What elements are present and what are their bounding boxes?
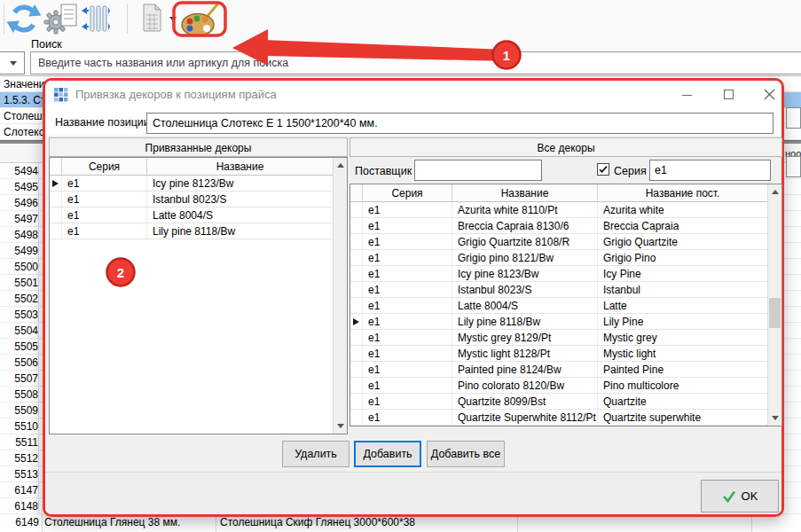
series-checkbox[interactable] xyxy=(597,163,609,176)
close-icon xyxy=(751,82,787,107)
column-header-name[interactable]: Название xyxy=(452,184,598,201)
cell-name: Azurita white 8110/Pt xyxy=(452,202,598,217)
table-row[interactable]: e1Lily pine 8118/BwLily Pine xyxy=(350,314,781,330)
row-number: 6147 xyxy=(0,482,39,497)
scroll-up-button[interactable] xyxy=(768,184,781,200)
toolbar-area: Поиск xyxy=(0,0,801,76)
scroll-down-button[interactable] xyxy=(768,411,781,426)
scroll-down-button[interactable] xyxy=(334,419,347,434)
row-marker-cell xyxy=(350,362,363,377)
maximize-button[interactable] xyxy=(711,82,746,107)
refresh-button[interactable] xyxy=(7,2,41,37)
background-input-edge xyxy=(786,156,801,177)
cell-series: e1 xyxy=(363,378,452,393)
row-number: 5509 xyxy=(0,403,39,418)
table-row[interactable]: e1Grigio Quartzite 8108/RGrigio Quartzit… xyxy=(350,234,781,250)
cell-series: e1 xyxy=(62,192,147,207)
row-number: 5502 xyxy=(0,291,39,306)
cell-name: Lily pine 8118/Bw xyxy=(147,223,347,239)
all-decors-panel-title: Все декоры xyxy=(349,137,782,157)
cell-series: e1 xyxy=(363,362,452,377)
table-row[interactable]: 6149 Столешница Глянец 38 мм. Столешница… xyxy=(0,514,801,532)
table-row[interactable]: e1Mystic light 8128/PtMystic light xyxy=(350,346,781,362)
table-row[interactable]: e1Grigio pino 8121/BwGrigio Pino xyxy=(350,250,781,266)
cell-series: e1 xyxy=(363,250,452,265)
table-row[interactable]: e1Lily pine 8118/Bw xyxy=(50,223,347,239)
cell-supplier: Grigio Quartzite xyxy=(598,234,781,249)
table-row[interactable]: e1Istanbul 8023/S xyxy=(50,192,347,207)
dialog-titlebar[interactable]: Привязка декоров к позициям прайса Назва… xyxy=(45,81,781,136)
vertical-scrollbar[interactable] xyxy=(333,158,347,434)
cell-name: Istanbul 8023/S xyxy=(452,282,598,297)
delete-button[interactable]: Удалить xyxy=(282,441,349,467)
cell-supplier: Quartzite xyxy=(598,394,781,409)
row-supplier-name: Столешница Скиф Глянец 3000*600*38 xyxy=(220,516,415,528)
column-header-supplier-name[interactable]: Название пост. xyxy=(598,184,767,201)
supplier-filter-input[interactable] xyxy=(414,160,542,181)
row-marker-cell xyxy=(350,394,363,409)
table-row[interactable]: e1Quartzite 8099/BstQuartzite xyxy=(350,394,781,410)
series-filter-input[interactable] xyxy=(649,160,771,181)
table-row[interactable]: e1Azurita white 8110/PtAzurita white xyxy=(350,202,781,218)
minimize-button[interactable] xyxy=(669,82,704,107)
vertical-scrollbar[interactable] xyxy=(767,184,781,426)
cell-name: Quartzite Superwhite 8112/Pt xyxy=(452,410,598,425)
triangle-up-icon xyxy=(772,190,779,194)
column-header-series[interactable]: Серия xyxy=(363,184,452,201)
cell-series: e1 xyxy=(363,282,452,297)
report-document-button[interactable] xyxy=(138,2,165,37)
add-button[interactable]: Добавить xyxy=(354,441,421,467)
row-number: 5499 xyxy=(0,243,39,258)
table-row[interactable]: e1Icy pine 8123/BwIcy Pine xyxy=(350,266,781,282)
table-row[interactable]: e1Icy pine 8123/Bw xyxy=(50,176,347,192)
app-window: Значение1.5.3. СтСтолешнСлотекс ноо 5494… xyxy=(0,0,801,532)
cell-name: Mystic light 8128/Pt xyxy=(452,346,598,361)
table-row[interactable]: e1Latte 8004/SLatte xyxy=(350,298,781,314)
row-number: 5506 xyxy=(0,355,39,370)
cell-name: Lily pine 8118/Bw xyxy=(452,314,598,329)
row-number: 5508 xyxy=(0,387,39,402)
add-all-button[interactable]: Добавить все xyxy=(427,441,505,467)
cell-series: e1 xyxy=(363,314,452,329)
cell-supplier: Mystic grey xyxy=(598,330,781,345)
cell-name: Painted pine 8124/Bw xyxy=(452,362,598,377)
scroll-up-button[interactable] xyxy=(334,158,347,173)
table-row[interactable]: e1Quartzite Superwhite 8112/PtQuartzite … xyxy=(350,410,781,426)
table-row[interactable]: e1Latte 8004/S xyxy=(50,207,347,223)
position-name-input[interactable] xyxy=(146,113,774,134)
decors-palette-button[interactable] xyxy=(179,2,220,37)
ok-button[interactable]: OK xyxy=(701,480,779,512)
row-marker-cell xyxy=(350,282,363,297)
cell-name: Icy pine 8123/Bw xyxy=(147,176,347,191)
settings-report-icon xyxy=(43,2,78,35)
row-number: 5494 xyxy=(0,163,39,178)
row-name: Столешница Глянец 38 мм. xyxy=(44,516,213,528)
row-number: 5512 xyxy=(0,450,39,466)
row-marker-cell xyxy=(50,223,62,239)
series-filter-label: Серия xyxy=(614,165,647,177)
current-row-marker-icon xyxy=(353,318,359,325)
cell-series: e1 xyxy=(363,218,452,233)
table-row[interactable]: e1Istanbul 8023/SIstanbul xyxy=(350,282,781,298)
settings-report-button[interactable] xyxy=(43,2,78,37)
dropdown-arrow-icon[interactable] xyxy=(169,17,177,21)
scrollbar-thumb[interactable] xyxy=(769,298,781,328)
row-number: 5505 xyxy=(0,339,39,354)
cell-supplier: Istanbul xyxy=(598,282,781,297)
table-row[interactable]: e1Mystic grey 8129/PtMystic grey xyxy=(350,330,781,346)
row-number: 5501 xyxy=(0,275,39,290)
column-header-name[interactable]: Название xyxy=(147,158,333,175)
row-number: 5507 xyxy=(0,371,39,386)
row-marker-cell xyxy=(350,330,363,345)
supplier-label: Поставщик xyxy=(355,165,412,177)
search-scope-combobox[interactable] xyxy=(0,51,25,74)
column-setup-button[interactable] xyxy=(80,2,110,37)
table-row[interactable]: e1Breccia Capraia 8130/6Breccia Capraia xyxy=(350,218,781,234)
row-marker-cell xyxy=(350,298,363,313)
table-row[interactable]: e1Pino colorato 8120/BwPino multicolore xyxy=(350,378,781,394)
column-header-series[interactable]: Серия xyxy=(62,158,147,175)
row-number: 5511 xyxy=(0,434,39,450)
table-row[interactable]: e1Painted pine 8124/BwPainted Pine xyxy=(350,362,781,378)
search-input[interactable] xyxy=(30,51,801,74)
close-button[interactable] xyxy=(751,82,787,107)
